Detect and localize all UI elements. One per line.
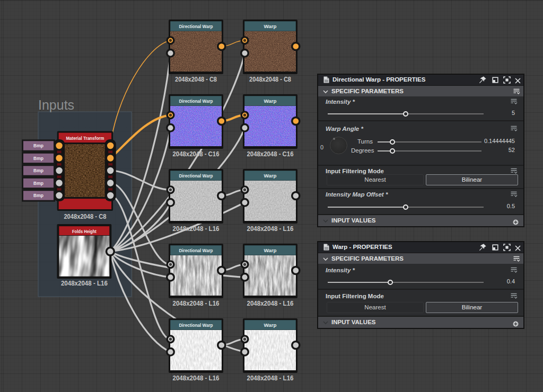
svg-text:Warp: Warp — [264, 173, 277, 179]
svg-text:Folds Height: Folds Height — [72, 229, 97, 234]
svg-text:Warp: Warp — [264, 99, 277, 104]
svg-text:2048x2048 - C8: 2048x2048 - C8 — [175, 76, 217, 83]
svg-text:2048x2048 - C16: 2048x2048 - C16 — [247, 150, 294, 158]
svg-text:2048x2048 - C8: 2048x2048 - C8 — [249, 76, 291, 83]
svg-text:Bmp: Bmp — [33, 156, 43, 161]
svg-text:Warp: Warp — [264, 248, 277, 253]
svg-text:2048x2048 - L16: 2048x2048 - L16 — [173, 225, 220, 233]
svg-text:Inputs: Inputs — [38, 97, 74, 112]
svg-text:Bmp: Bmp — [33, 193, 43, 198]
svg-text:Bmp: Bmp — [33, 181, 43, 186]
svg-text:2048x2048 - L16: 2048x2048 - L16 — [173, 300, 220, 307]
svg-text:2048x2048 - C8: 2048x2048 - C8 — [64, 213, 106, 220]
svg-text:2048x2048 - L16: 2048x2048 - L16 — [61, 280, 108, 287]
svg-text:Warp: Warp — [264, 323, 277, 328]
svg-text:Directional Warp: Directional Warp — [179, 99, 213, 104]
svg-text:Directional Warp: Directional Warp — [179, 323, 213, 328]
svg-text:2048x2048 - L16: 2048x2048 - L16 — [247, 375, 294, 382]
svg-text:Bmp: Bmp — [33, 143, 43, 148]
svg-text:2048x2048 - L16: 2048x2048 - L16 — [173, 375, 220, 382]
svg-text:Directional Warp: Directional Warp — [179, 248, 213, 253]
svg-text:2048x2048 - L16: 2048x2048 - L16 — [247, 225, 294, 233]
svg-text:2048x2048 - L16: 2048x2048 - L16 — [247, 300, 294, 307]
svg-text:Directional Warp: Directional Warp — [179, 24, 213, 29]
svg-text:2048x2048 - C16: 2048x2048 - C16 — [173, 150, 220, 158]
svg-text:Material Transform: Material Transform — [66, 136, 104, 141]
svg-text:Bmp: Bmp — [33, 168, 43, 173]
svg-text:Directional Warp: Directional Warp — [179, 173, 213, 179]
svg-text:Warp: Warp — [264, 24, 277, 29]
